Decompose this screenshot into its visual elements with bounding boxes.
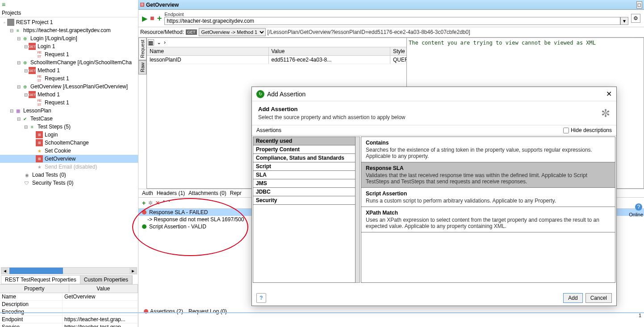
tree-step-cookie[interactable]: ★Set Cookie: [0, 147, 138, 155]
status-valid-icon: [142, 224, 146, 229]
prop-header-property: Property: [0, 285, 69, 293]
tree-endpoint[interactable]: ⊟≡https://teacher-test.grapecitydev.com: [0, 26, 138, 34]
prop-row[interactable]: Servicehttps://teacher-test.grap...: [0, 323, 138, 327]
config-icon[interactable]: ⚙: [631, 14, 640, 23]
tree-step-email[interactable]: ★Send Email (disabled): [0, 163, 138, 171]
cat-compliance[interactable]: Compliance, Status and Standards: [253, 154, 355, 162]
dialog-heading: Add Assertion: [258, 106, 406, 112]
tree-sectests[interactable]: 🛡Security Tests (0): [0, 179, 138, 187]
method-select[interactable]: GetOverview -> Method 1: [199, 28, 266, 36]
tree-method1b[interactable]: ⊟GETMethod 1: [0, 91, 138, 99]
project-tree[interactable]: ▫REST Project 1 ⊟≡https://teacher-test.g…: [0, 17, 138, 265]
hide-descriptions-checkbox[interactable]: Hide descriptions: [563, 127, 612, 133]
scroll-right-icon[interactable]: ▸: [130, 268, 137, 274]
resource-label: Resource/Method:: [140, 29, 184, 35]
hamburger-icon[interactable]: ≡: [0, 0, 138, 9]
soapui-icon: ↻: [256, 90, 264, 98]
prop-row[interactable]: NameGetOverview: [0, 293, 138, 301]
category-list[interactable]: Recently used Property Content Complianc…: [253, 137, 355, 283]
tree-sic[interactable]: ⊟⊕SchoolItemChange [/Login/SchoolItemCha: [0, 58, 138, 66]
tree-request1c[interactable]: RESTRequest 1: [0, 99, 138, 107]
tab-custom-properties[interactable]: Custom Properties: [80, 276, 132, 284]
online-label: Online: [629, 212, 643, 217]
gear-icon: ✼: [601, 107, 610, 120]
move-up-icon[interactable]: ˄: [163, 200, 165, 206]
help-icon[interactable]: ?: [635, 203, 642, 211]
page-number: 1: [639, 313, 641, 318]
tab-assertions[interactable]: Assertions (2): [144, 308, 183, 315]
cat-recently-used[interactable]: Recently used: [253, 137, 355, 145]
request-url: [/LessonPlan/GetOverview?lessonPlanID=ed…: [268, 29, 470, 35]
tree-scrollbar[interactable]: ◂ ▸: [1, 267, 137, 274]
tree-request1b[interactable]: RESTRequest 1: [0, 75, 138, 83]
cat-jms[interactable]: JMS: [253, 179, 355, 188]
add-button[interactable]: Add: [563, 293, 582, 303]
cat-property-content[interactable]: Property Content: [253, 145, 355, 154]
status-divider: [0, 312, 644, 313]
tree-testcase[interactable]: ⊟✔TestCase: [0, 115, 138, 123]
col-name: Name: [147, 47, 269, 55]
col-value: Value: [269, 47, 391, 55]
tree-project[interactable]: ▫REST Project 1: [0, 18, 138, 26]
prop-row[interactable]: Description: [0, 301, 138, 308]
add-assertion-dialog: ↻ Add Assertion ✕ Add Assertion Select t…: [251, 87, 617, 306]
assertion-type-list[interactable]: ContainsSearches for the existence of a …: [361, 137, 615, 283]
cat-script[interactable]: Script: [253, 162, 355, 171]
category-scrollbar[interactable]: [355, 137, 360, 283]
scroll-left-icon[interactable]: ◂: [1, 268, 8, 274]
endpoint-input[interactable]: [164, 17, 620, 25]
endpoint-label: Endpoint: [164, 12, 628, 17]
tab-request-log[interactable]: Request Log (0): [188, 308, 227, 315]
tab-headers[interactable]: Headers (1): [157, 190, 185, 196]
cat-jdbc[interactable]: JDBC: [253, 188, 355, 196]
properties-table: Property Value NameGetOverview Descripti…: [0, 284, 138, 327]
tree-request1a[interactable]: RESTRequest 1: [0, 50, 138, 58]
scroll-thumb[interactable]: [9, 268, 63, 274]
dialog-title: Add Assertion: [267, 91, 305, 98]
run-button[interactable]: ▶: [142, 14, 147, 23]
dialog-subheading: Select the source property and which ass…: [258, 114, 406, 120]
tree-step-sic[interactable]: ⊞SchooltemChange: [0, 139, 138, 147]
chevron-right-icon[interactable]: ›: [164, 39, 166, 46]
method-badge: GET: [186, 29, 197, 35]
cat-sla[interactable]: SLA: [253, 171, 355, 179]
gear-icon[interactable]: ✼: [148, 200, 153, 206]
prop-row[interactable]: Endpointhttps://teacher-test.grap...: [0, 316, 138, 323]
prop-header-value: Value: [69, 285, 138, 293]
chevron-down-icon[interactable]: ⌄: [157, 39, 161, 46]
assert-response-sla[interactable]: Response SLAValidates that the last rece…: [361, 162, 615, 188]
tab-attachments[interactable]: Attachments (0): [188, 190, 226, 196]
tab-rest-properties[interactable]: REST TestRequest Properties: [1, 276, 80, 284]
tree-loadtests[interactable]: ◉Load Tests (0): [0, 171, 138, 179]
tree-method1a[interactable]: ⊟GETMethod 1: [0, 66, 138, 75]
tree-login1[interactable]: ⊟GETLogin 1: [0, 42, 138, 50]
assertions-label: Assertions: [256, 127, 281, 133]
maximize-button[interactable]: □: [636, 1, 642, 8]
delete-assertion-button[interactable]: ✕: [155, 200, 160, 206]
params-tool-icon[interactable]: ▦: [148, 39, 154, 46]
tree-teststeps[interactable]: ⊟≡Test Steps (5): [0, 123, 138, 131]
add-assertion-button[interactable]: +: [142, 199, 146, 207]
close-button[interactable]: ✕: [606, 90, 612, 98]
stop-button[interactable]: ■: [150, 14, 155, 22]
move-down-icon[interactable]: ˅: [168, 200, 171, 206]
tab-repr[interactable]: Repr: [230, 190, 242, 196]
status-failed-icon: [142, 210, 146, 215]
tab-raw[interactable]: Raw: [138, 60, 146, 75]
tree-getoverview[interactable]: ⊟⊕GetOverview [/LessonPlan/GetOverview]: [0, 83, 138, 91]
tree-login[interactable]: ⊟⊕Login [/Login/Login]: [0, 34, 138, 42]
tab-request[interactable]: Request: [138, 37, 146, 60]
tree-lessonplan[interactable]: ⊟▦LessonPlan: [0, 107, 138, 115]
add-button[interactable]: +: [157, 14, 162, 23]
cat-security[interactable]: Security: [253, 196, 355, 205]
response-text: The content you are trying to view canno…: [409, 40, 596, 46]
endpoint-dropdown[interactable]: ▾: [620, 17, 628, 25]
tree-step-getoverview[interactable]: ⊞GetOverview: [0, 155, 138, 163]
assert-script[interactable]: Script AssertionRuns a custom script to …: [361, 188, 615, 207]
cancel-button[interactable]: Cancel: [585, 293, 612, 303]
help-button[interactable]: ?: [256, 293, 266, 303]
tree-step-login[interactable]: ⊞Login: [0, 131, 138, 139]
tab-auth[interactable]: Auth: [142, 190, 153, 196]
assert-xpath[interactable]: XPath MatchUses an XPath expression to s…: [361, 207, 615, 232]
assert-contains[interactable]: ContainsSearches for the existence of a …: [361, 137, 615, 162]
